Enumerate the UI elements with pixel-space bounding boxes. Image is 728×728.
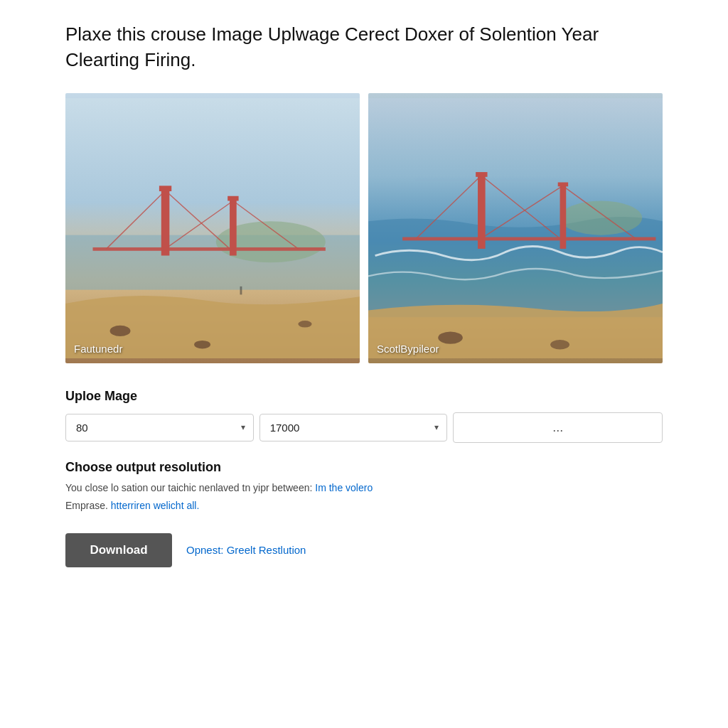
right-image-wrapper: ScotlBypileor bbox=[368, 93, 663, 363]
more-options-button[interactable]: ... bbox=[453, 412, 663, 443]
open-resolution-link[interactable]: Opnest: Greelt Restlution bbox=[186, 544, 306, 556]
page-title: Plaxe this crouse Image Uplwage Cerect D… bbox=[65, 21, 663, 73]
svg-point-13 bbox=[194, 341, 210, 349]
output-section: Choose output resolution You close lo sa… bbox=[65, 460, 663, 513]
svg-rect-11 bbox=[228, 196, 238, 201]
right-image bbox=[368, 93, 663, 363]
desc-link-2[interactable]: htterriren welicht all. bbox=[111, 500, 200, 511]
image-comparison: Fautunedr bbox=[65, 93, 663, 363]
upload-section: Uploe Mage 80 90 100 ▾ 17000 34000 51000… bbox=[65, 389, 663, 443]
left-image-label: Fautunedr bbox=[74, 343, 122, 355]
actions-row: Download Opnest: Greelt Restlution bbox=[65, 533, 663, 567]
svg-rect-9 bbox=[93, 247, 326, 251]
dropdown1-wrapper: 80 90 100 ▾ bbox=[65, 414, 254, 441]
desc-text-2: Emprase. bbox=[65, 500, 108, 511]
page-container: Plaxe this crouse Image Uplwage Cerect D… bbox=[23, 0, 705, 589]
svg-point-12 bbox=[110, 325, 131, 336]
svg-rect-10 bbox=[159, 186, 171, 191]
output-description-1: You close lo sation our taichic nenlaved… bbox=[65, 481, 663, 496]
output-title: Choose output resolution bbox=[65, 460, 663, 475]
svg-point-27 bbox=[438, 331, 463, 343]
right-image-label: ScotlBypileor bbox=[377, 343, 439, 355]
svg-rect-4 bbox=[230, 197, 237, 255]
left-image-wrapper: Fautunedr bbox=[65, 93, 360, 363]
svg-rect-26 bbox=[402, 237, 655, 240]
svg-point-28 bbox=[550, 340, 569, 349]
download-button[interactable]: Download bbox=[65, 533, 172, 567]
desc-link-1[interactable]: Im the volero bbox=[315, 482, 373, 493]
quality-dropdown[interactable]: 80 90 100 bbox=[65, 414, 254, 441]
output-description-2: Emprase. htterriren welicht all. bbox=[65, 498, 663, 513]
svg-point-14 bbox=[298, 321, 311, 328]
svg-rect-3 bbox=[161, 187, 170, 255]
dropdown2-wrapper: 17000 34000 51000 ▾ bbox=[259, 414, 448, 441]
upload-label: Uploe Mage bbox=[65, 389, 663, 404]
left-image bbox=[65, 93, 360, 363]
svg-rect-15 bbox=[240, 287, 242, 295]
svg-point-17 bbox=[560, 200, 643, 235]
controls-row: 80 90 100 ▾ 17000 34000 51000 ▾ ... bbox=[65, 412, 663, 443]
resolution-dropdown[interactable]: 17000 34000 51000 bbox=[259, 414, 448, 441]
desc-text-1: You close lo sation our taichic nenlaved… bbox=[65, 482, 312, 493]
